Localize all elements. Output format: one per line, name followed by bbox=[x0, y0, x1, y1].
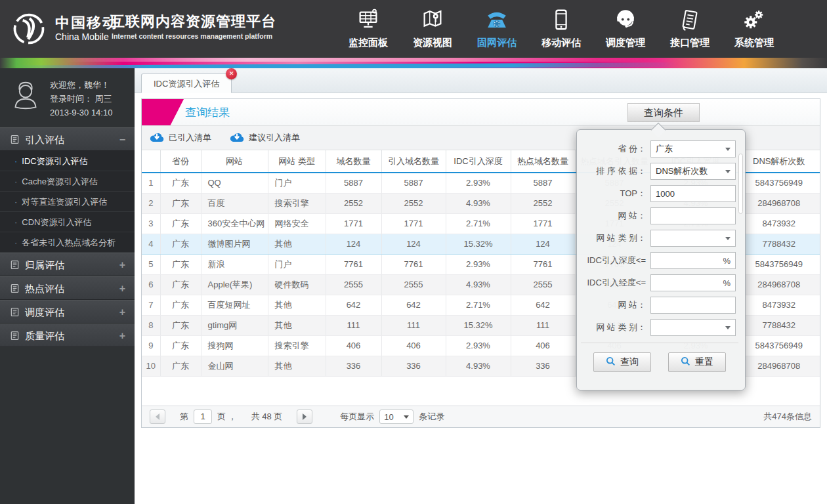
popup-field: 网 站： bbox=[582, 207, 736, 224]
sidebar-section-2[interactable]: 归属评估+ bbox=[0, 253, 135, 276]
idc-depth-input[interactable]: % bbox=[650, 252, 736, 269]
cell: 111 bbox=[381, 315, 446, 335]
field-label: IDC引入经度<= bbox=[582, 277, 650, 289]
cell: 广东 bbox=[160, 193, 201, 213]
nav-item-label: 固网评估 bbox=[465, 37, 529, 49]
province-select[interactable]: 广东 bbox=[650, 140, 736, 158]
bullet-icon: · bbox=[14, 238, 17, 247]
chevron-down-icon bbox=[404, 415, 409, 419]
total-pages: 共 48 页 bbox=[251, 411, 283, 423]
avatar-icon bbox=[7, 77, 45, 115]
logo-text-en: China Mobile bbox=[55, 32, 109, 42]
field-label: 网 站 类 别： bbox=[582, 232, 650, 244]
sidebar-section-5[interactable]: 质量评估+ bbox=[0, 324, 135, 347]
tab-close-icon[interactable]: ✕ bbox=[226, 68, 237, 79]
cell: 284968708 bbox=[738, 274, 820, 295]
cloud-download-icon bbox=[230, 132, 244, 144]
per-page-suffix: 条记录 bbox=[419, 411, 444, 423]
plus-icon: + bbox=[119, 277, 125, 300]
sidebar-item-1-4[interactable]: ·CDN资源引入评估 bbox=[0, 212, 135, 232]
nav-item-2[interactable]: 资源视图 bbox=[400, 0, 465, 58]
sidebar-item-1-1[interactable]: ·IDC资源引入评估 bbox=[0, 151, 135, 171]
tab-idc-evaluation[interactable]: IDC资源引入评估 ✕ bbox=[141, 74, 232, 93]
cell: 15.32% bbox=[446, 315, 511, 335]
percent-unit: % bbox=[723, 256, 731, 266]
cell: 4.93% bbox=[446, 193, 511, 213]
column-header: 域名数量 bbox=[326, 150, 381, 173]
bullet-icon: · bbox=[14, 197, 17, 207]
cell: 广东 bbox=[160, 213, 201, 234]
page-suffix: 页 ， bbox=[217, 411, 237, 423]
toolbar-button-2[interactable]: 建议引入清单 bbox=[230, 132, 300, 144]
query-button[interactable]: 查询 bbox=[593, 352, 651, 372]
sidebar-item-label: 各省未引入热点域名分析 bbox=[22, 238, 116, 247]
nav-item-6[interactable]: 接口管理 bbox=[658, 0, 722, 58]
doc-icon bbox=[10, 326, 20, 335]
website-input[interactable] bbox=[650, 207, 736, 224]
cell: 7 bbox=[142, 295, 160, 315]
per-page-select[interactable]: 10 bbox=[379, 410, 414, 424]
cell: 1771 bbox=[381, 213, 446, 234]
sidebar-section-4[interactable]: 调度评估+ bbox=[0, 300, 135, 324]
cell: 5843756949 bbox=[738, 254, 820, 274]
doc-icon bbox=[10, 255, 20, 264]
idc-longitude-input[interactable]: % bbox=[650, 274, 736, 291]
nav-item-5[interactable]: 调度管理 bbox=[593, 0, 658, 58]
nav-item-label: 移动评估 bbox=[529, 37, 593, 49]
cell: 7788432 bbox=[738, 315, 820, 335]
cell: 3 bbox=[142, 213, 160, 234]
cell: 搜索引擎 bbox=[268, 335, 326, 356]
sidebar-item-label: IDC资源引入评估 bbox=[22, 156, 87, 166]
button-label: 查询 bbox=[620, 356, 639, 368]
total-records: 共474条信息 bbox=[763, 411, 812, 423]
select-value: 广东 bbox=[656, 143, 673, 155]
headset-icon bbox=[593, 7, 658, 35]
cell: 百度 bbox=[201, 193, 268, 213]
cell: 124 bbox=[511, 234, 575, 254]
top-input[interactable]: 1000 bbox=[650, 185, 736, 202]
toolbar-button-1[interactable]: 已引入清单 bbox=[150, 132, 211, 144]
prev-page-button[interactable] bbox=[150, 410, 165, 424]
website-type-select[interactable] bbox=[650, 230, 736, 247]
cell: 7761 bbox=[381, 254, 446, 274]
column-header: 热点域名数量 bbox=[511, 150, 575, 173]
popup-field: IDC引入经度<=% bbox=[582, 274, 736, 291]
sidebar-section-1[interactable]: 引入评估− bbox=[0, 127, 135, 151]
popup-field: 网 站： bbox=[582, 297, 736, 314]
query-condition-button[interactable]: 查询条件 bbox=[627, 103, 700, 122]
website-input-2[interactable] bbox=[650, 297, 736, 314]
cell: 其他 bbox=[268, 234, 326, 254]
cell: 5887 bbox=[381, 173, 446, 193]
nav-item-4[interactable]: 移动评估 bbox=[529, 0, 593, 58]
field-label: 网 站： bbox=[582, 299, 650, 311]
next-page-button[interactable] bbox=[297, 410, 312, 424]
page-number-input[interactable]: 1 bbox=[194, 410, 212, 424]
sidebar-section-3[interactable]: 热点评估+ bbox=[0, 276, 135, 300]
cell: 642 bbox=[326, 295, 381, 315]
reset-button[interactable]: 重置 bbox=[668, 352, 726, 372]
popup-scrollbar-thumb[interactable] bbox=[738, 154, 743, 214]
sort-by-select[interactable]: DNS解析次数 bbox=[650, 163, 736, 180]
cell: 百度短网址 bbox=[201, 295, 268, 315]
dashboard-icon bbox=[336, 7, 400, 35]
nav-item-1[interactable]: 监控面板 bbox=[336, 0, 400, 58]
cell: 284968708 bbox=[738, 356, 820, 376]
login-time-label: 登录时间： 周三 bbox=[50, 92, 112, 106]
cell: 2552 bbox=[511, 193, 575, 213]
cell: 336 bbox=[326, 356, 381, 376]
cell: 2.93% bbox=[446, 254, 511, 274]
cell: 6 bbox=[142, 274, 160, 295]
sidebar-item-1-2[interactable]: ·Cache资源引入评估 bbox=[0, 171, 135, 192]
sidebar-item-1-5[interactable]: ·各省未引入热点域名分析 bbox=[0, 232, 135, 253]
sidebar-section-label: 热点评估 bbox=[25, 283, 64, 294]
top-header: 中国移动 China Mobile 互联网内容资源管理平台 Internet c… bbox=[0, 0, 827, 58]
cell: 2.93% bbox=[446, 173, 511, 193]
sidebar-item-1-3[interactable]: ·对等直连资源引入评估 bbox=[0, 192, 135, 212]
nav-item-3[interactable]: 固网评估 bbox=[465, 0, 529, 58]
map-icon bbox=[400, 7, 465, 35]
website-type-select-2[interactable] bbox=[650, 319, 736, 336]
user-info: 欢迎您，魏华！ 登录时间： 周三 2013-9-30 14:10 bbox=[0, 68, 135, 127]
cell: 2 bbox=[142, 193, 160, 213]
bullet-icon: · bbox=[14, 156, 17, 166]
nav-item-7[interactable]: 系统管理 bbox=[722, 0, 786, 58]
